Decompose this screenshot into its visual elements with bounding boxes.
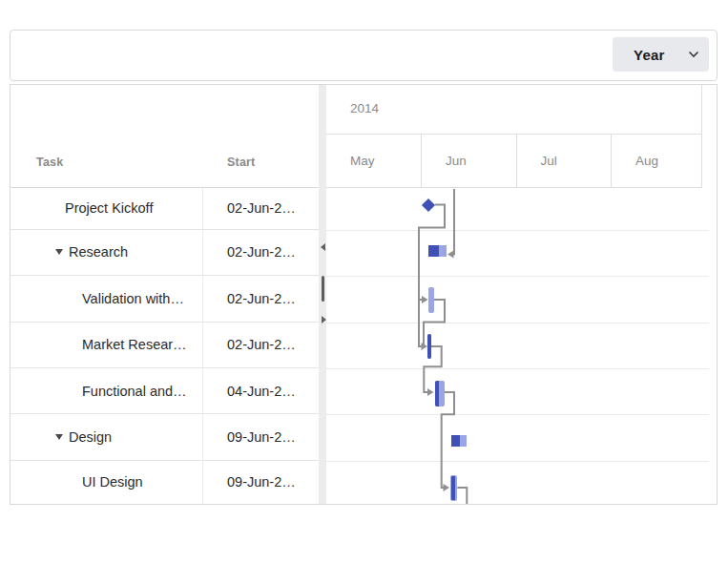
column-header-start: Start xyxy=(227,156,255,169)
month-label: Jul xyxy=(541,154,557,168)
task-title: Design xyxy=(69,429,112,445)
column-divider xyxy=(202,188,203,504)
month-header-cell: Aug xyxy=(612,135,702,187)
collapse-toggle-icon[interactable] xyxy=(55,249,63,255)
month-header-cell: Jun xyxy=(422,135,517,187)
month-header-cell: Jul xyxy=(517,135,613,187)
task-start-date: 09-Jun-2… xyxy=(227,429,296,445)
task-bar-validation-with[interactable] xyxy=(428,287,434,313)
task-start-date: 04-Jun-2… xyxy=(227,384,296,399)
progress-fill xyxy=(451,476,456,501)
task-row[interactable]: Design09-Jun-2… xyxy=(10,414,319,461)
task-table: Task Start Project Kickoff02-Jun-2…Resea… xyxy=(10,85,319,504)
expand-right-icon[interactable] xyxy=(322,316,326,323)
task-bar-ui-design[interactable] xyxy=(450,475,458,502)
task-start-date: 09-Jun-2… xyxy=(227,474,296,490)
task-bar-market-research[interactable] xyxy=(427,334,431,359)
task-row[interactable]: Research02-Jun-2… xyxy=(10,230,319,277)
year-label: 2014 xyxy=(350,101,379,115)
collapse-toggle-icon[interactable] xyxy=(55,434,63,440)
collapse-left-icon[interactable] xyxy=(321,243,325,251)
task-title: Research xyxy=(69,244,128,260)
month-label: May xyxy=(350,154,375,168)
progress-fill xyxy=(428,245,439,257)
progress-fill xyxy=(427,334,431,359)
task-bar-functional-and[interactable] xyxy=(435,381,445,407)
task-title: Market Resear… xyxy=(82,337,187,352)
task-title: UI Design xyxy=(82,474,143,490)
month-label: Jun xyxy=(446,154,467,168)
summary-bar-design[interactable] xyxy=(451,435,468,447)
dependency-arrow-icon xyxy=(427,388,434,396)
month-header-cell: May xyxy=(326,135,422,187)
gantt-chart-area xyxy=(326,188,709,504)
task-title: Project Kickoff xyxy=(65,200,153,216)
task-row[interactable]: Functional and…04-Jun-2… xyxy=(10,368,319,414)
dependency-line xyxy=(452,189,454,255)
task-row[interactable]: Validation with…02-Jun-2… xyxy=(10,276,319,323)
view-select-dropdown[interactable]: Year xyxy=(613,37,709,72)
gantt-toolbar: Year xyxy=(10,30,718,81)
task-start-date: 02-Jun-2… xyxy=(227,337,296,352)
task-table-header: Task Start xyxy=(10,85,319,188)
dependency-arrow-icon xyxy=(444,484,450,491)
task-row[interactable]: Market Resear…02-Jun-2… xyxy=(10,323,319,369)
progress-fill xyxy=(451,435,460,447)
progress-fill xyxy=(435,381,439,407)
dependency-line xyxy=(457,488,467,504)
task-title: Validation with… xyxy=(82,291,184,306)
task-title: Functional and… xyxy=(82,384,187,399)
dependency-arrow-icon xyxy=(422,296,428,303)
task-row[interactable]: Project Kickoff02-Jun-2… xyxy=(10,188,319,230)
gantt-widget: Task Start Project Kickoff02-Jun-2…Resea… xyxy=(10,84,718,505)
summary-bar-research[interactable] xyxy=(428,245,447,257)
task-row[interactable]: UI Design09-Jun-2… xyxy=(10,461,319,505)
task-start-date: 02-Jun-2… xyxy=(227,200,296,216)
dependency-arrow-icon xyxy=(447,251,454,259)
task-start-date: 02-Jun-2… xyxy=(227,244,296,260)
dependency-line xyxy=(424,300,445,346)
timeline-header: 2014 MayJunJulAug xyxy=(326,85,717,188)
view-select-value: Year xyxy=(634,47,665,63)
month-label: Aug xyxy=(635,154,658,168)
task-start-date: 02-Jun-2… xyxy=(227,291,296,306)
dependency-lines xyxy=(326,188,709,504)
year-header-cell: 2014 xyxy=(326,85,702,135)
pane-splitter[interactable] xyxy=(319,85,326,504)
column-header-task: Task xyxy=(36,156,63,169)
chevron-down-icon xyxy=(688,51,699,58)
page: Year Task Start Project Kickoff02-Jun-2…… xyxy=(0,0,728,563)
splitter-handle[interactable] xyxy=(322,276,324,302)
